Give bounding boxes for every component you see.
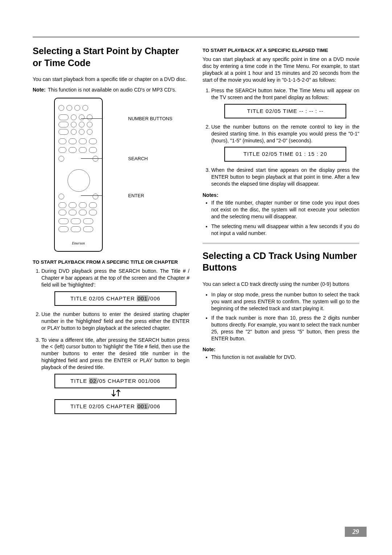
remote-button-icon	[58, 147, 66, 153]
elapsed-intro: You can start playback at any specific p…	[203, 56, 359, 84]
note-item: If the title number, chapter number or t…	[211, 199, 359, 220]
remote-button-icon	[58, 138, 66, 144]
remote-button-icon	[89, 147, 97, 153]
note2-item: This function is not available for DVD.	[211, 354, 359, 361]
notes-list: If the title number, chapter number or t…	[203, 199, 359, 236]
remote-button-icon	[83, 226, 93, 232]
osd-display-title-a: TITLE 02/05 CHAPTER 001/006	[54, 374, 176, 388]
elapsed-step-2: Use the number buttons on the remote con…	[211, 123, 359, 162]
callout-enter: ENTER	[103, 193, 144, 198]
osd-display-chapter: TITLE 02/05 CHAPTER 001/006	[54, 291, 176, 306]
remote-button-icon	[79, 129, 85, 135]
elapsed-step-1-text: Press the SEARCH button twice. The Time …	[211, 88, 359, 100]
remote-button-icon	[89, 202, 97, 208]
elapsed-step-2-text: Use the number buttons on the remote con…	[211, 124, 359, 143]
remote-button-icon	[71, 129, 77, 135]
osd-highlight: 02	[89, 378, 97, 384]
cd-intro: You can select a CD track directly using…	[203, 281, 359, 288]
elapsed-step-3: When the desired start time appears on t…	[211, 167, 359, 187]
remote-button-icon	[79, 202, 87, 208]
remote-button-icon	[79, 210, 87, 215]
osd-text-pre: TITLE	[70, 378, 89, 384]
osd-text-post: /05 CHAPTER 001/006	[97, 378, 160, 384]
note2-label: Note:	[203, 347, 359, 352]
remote-button-icon	[58, 105, 64, 111]
remote-button-icon	[58, 202, 66, 208]
remote-button-icon	[58, 218, 69, 224]
callout-number-buttons: NUMBER BUTTONS	[103, 116, 172, 121]
right-column: TO START PLAYBACK AT A SPECIFIC ELAPSED …	[203, 45, 359, 419]
remote-brand: Emerson	[55, 241, 102, 245]
page-number: 29	[345, 527, 367, 537]
note2-list: This function is not available for DVD.	[203, 354, 359, 361]
note-line: Note: This function is not available on …	[33, 86, 189, 93]
callout-search: SEARCH	[103, 156, 148, 161]
remote-button-icon	[87, 122, 93, 127]
remote-button-icon	[87, 129, 93, 135]
note-label: Note:	[33, 86, 46, 93]
osd-highlight: 001	[137, 403, 148, 409]
page: Selecting a Start Point by Chapter or Ti…	[0, 0, 392, 555]
elapsed-step-1: Press the SEARCH button twice. The Time …	[211, 87, 359, 118]
remote-button-icon	[93, 194, 98, 199]
remote-button-icon	[79, 122, 85, 127]
step-1: During DVD playback press the SEARCH but…	[41, 268, 189, 306]
remote-illustration: Emerson NUMBER BUTTONS SEARCH ENTER	[33, 98, 189, 252]
step-1-text: During DVD playback press the SEARCH but…	[41, 268, 189, 288]
remote-button-icon	[74, 105, 80, 111]
cd-items: In play or stop mode, press the number b…	[203, 291, 359, 342]
remote-button-icon	[69, 138, 77, 144]
remote-button-icon	[89, 210, 97, 215]
remote-button-icon	[58, 156, 64, 162]
remote-button-icon	[71, 114, 77, 120]
dpad-icon	[68, 169, 90, 192]
swap-arrows-icon	[41, 388, 189, 399]
osd-display-time-set: TITLE 02/05 TIME 01 : 15 : 20	[224, 147, 346, 161]
remote-button-icon	[79, 138, 87, 144]
heading-start-point: Selecting a Start Point by Chapter or Ti…	[33, 45, 189, 69]
osd-display-title-b: TITLE 02/05 CHAPTER 001/006	[54, 399, 176, 414]
title-chapter-steps: During DVD playback press the SEARCH but…	[33, 268, 189, 414]
two-column-layout: Selecting a Start Point by Chapter or Ti…	[33, 45, 359, 419]
note-text: This function is not available on audio …	[48, 86, 176, 93]
osd-text-post: /006	[148, 295, 160, 301]
section-rule	[203, 243, 359, 244]
remote-button-icon	[58, 114, 69, 120]
remote-button-icon	[58, 226, 69, 232]
remote-button-icon	[82, 105, 88, 111]
step-3: To view a different title, after pressin…	[41, 337, 189, 414]
subhead-title-chapter: TO START PLAYBACK FROM A SPECIFIC TITLE …	[33, 259, 189, 266]
remote-button-icon	[58, 210, 66, 215]
remote-button-icon	[66, 105, 72, 111]
elapsed-steps: Press the SEARCH button twice. The Time …	[203, 87, 359, 187]
remote-button-icon	[58, 122, 69, 127]
remote-outline: Emerson	[54, 98, 103, 252]
remote-button-icon	[58, 129, 69, 135]
remote-button-icon	[69, 210, 77, 215]
remote-button-icon	[87, 114, 93, 120]
remote-button-icon	[69, 202, 77, 208]
osd-highlight: 001	[137, 295, 148, 301]
cd-item: If the track number is more than 10, pre…	[211, 315, 359, 342]
osd-text-pre: TITLE 02/05 CHAPTER	[70, 295, 137, 301]
remote-button-icon	[89, 138, 97, 144]
osd-text-post: /006	[148, 403, 160, 409]
note-item: The selecting menu will disappear within…	[211, 223, 359, 237]
cd-item: In play or stop mode, press the number b…	[211, 291, 359, 312]
left-column: Selecting a Start Point by Chapter or Ti…	[33, 45, 189, 419]
osd-text-pre: TITLE 02/05 CHAPTER	[70, 403, 137, 409]
notes-label: Notes:	[203, 192, 359, 198]
intro-text: You can start playback from a specific t…	[33, 76, 189, 83]
step-2: Use the number buttons to enter the desi…	[41, 311, 189, 332]
remote-button-icon	[71, 218, 81, 224]
step-3-text: To view a different title, after pressin…	[41, 337, 189, 370]
heading-cd-track: Selecting a CD Track Using Number Button…	[203, 250, 359, 274]
remote-button-icon	[79, 114, 85, 120]
remote-button-icon	[71, 122, 77, 127]
remote-button-icon	[79, 147, 87, 153]
top-rule	[33, 36, 359, 38]
remote-button-icon	[69, 147, 77, 153]
remote-button-icon	[71, 226, 81, 232]
remote-button-icon	[58, 194, 64, 199]
osd-display-time-blank: TITLE 02/05 TIME -- : -- : --	[224, 104, 346, 118]
